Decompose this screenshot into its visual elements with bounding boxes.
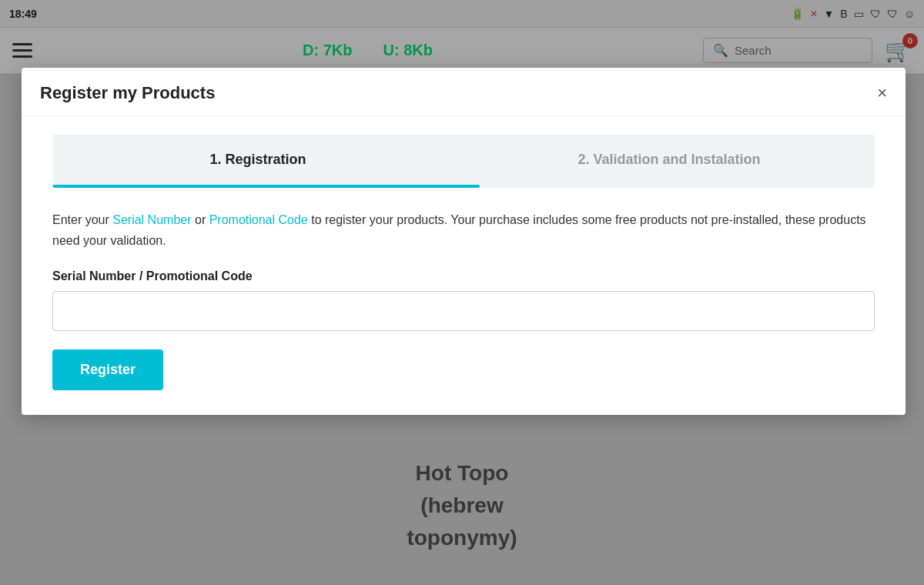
tab-underline	[52, 185, 875, 188]
tab-validation[interactable]: 2. Validation and Instalation	[464, 135, 875, 185]
modal-body: Enter your Serial Number or Promotional …	[22, 188, 906, 390]
modal-header: Register my Products ×	[22, 68, 906, 116]
registration-description: Enter your Serial Number or Promotional …	[52, 209, 875, 251]
modal-title: Register my Products	[40, 83, 215, 103]
tab-registration[interactable]: 1. Registration	[52, 135, 464, 185]
register-products-modal: Register my Products × 1. Registration 2…	[22, 68, 906, 415]
tab-active-bar	[52, 185, 480, 188]
tabs-row: 1. Registration 2. Validation and Instal…	[52, 135, 875, 185]
serial-field-label: Serial Number / Promotional Code	[52, 269, 875, 283]
promo-code-link[interactable]: Promotional Code	[209, 213, 308, 226]
register-button[interactable]: Register	[52, 349, 163, 390]
serial-number-input[interactable]	[52, 291, 875, 331]
modal-close-button[interactable]: ×	[877, 85, 887, 102]
tabs-container: 1. Registration 2. Validation and Instal…	[52, 135, 875, 188]
serial-number-link[interactable]: Serial Number	[112, 213, 191, 226]
